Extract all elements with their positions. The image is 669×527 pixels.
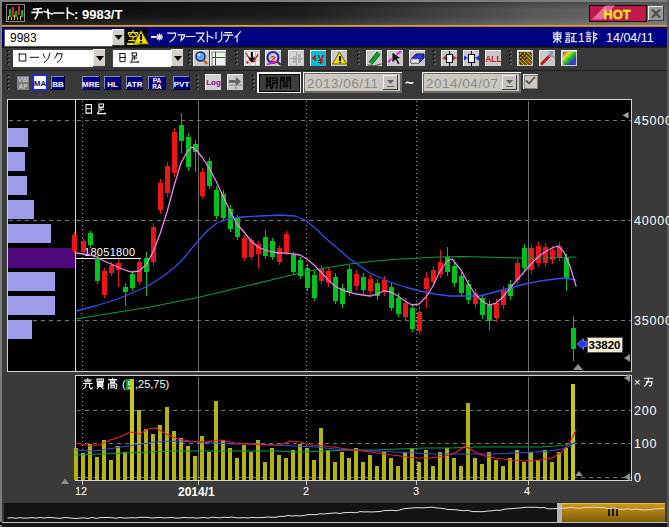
svg-text:Log: Log [206, 78, 221, 87]
svg-text:HOT: HOT [603, 7, 631, 22]
svg-text:2: 2 [270, 54, 275, 64]
svg-text:,25,75): ,25,75) [135, 378, 169, 390]
svg-text:2014/1: 2014/1 [178, 485, 215, 499]
svg-text:ATR: ATR [127, 80, 143, 89]
svg-text:33820: 33820 [589, 339, 621, 351]
svg-text:×: × [634, 376, 640, 388]
svg-text:¥: ¥ [318, 53, 325, 67]
svg-text:200: 200 [634, 404, 657, 418]
svg-text:PVT: PVT [174, 80, 190, 89]
svg-text:14/04/11: 14/04/11 [606, 31, 654, 45]
svg-text:VW: VW [18, 76, 29, 83]
svg-text:~: ~ [405, 74, 414, 91]
svg-text:1: 1 [578, 31, 585, 45]
svg-text:18051800: 18051800 [84, 246, 135, 258]
svg-text:MRE: MRE [82, 80, 100, 89]
svg-text:ALL: ALL [485, 54, 502, 64]
svg-text:HL: HL [107, 80, 118, 89]
svg-text:AP: AP [18, 83, 28, 90]
svg-text:9983: 9983 [10, 31, 37, 45]
svg-text:BB: BB [52, 80, 64, 89]
svg-text:2013/06/11: 2013/06/11 [307, 76, 379, 91]
svg-text:0: 0 [634, 471, 642, 485]
svg-text:45000: 45000 [634, 114, 669, 128]
svg-text:40000: 40000 [634, 214, 669, 228]
svg-text:2014/04/07: 2014/04/07 [426, 76, 499, 91]
svg-text:4: 4 [524, 485, 530, 497]
svg-text:RA: RA [152, 83, 162, 90]
svg-text:: 9983/T: : 9983/T [74, 7, 122, 22]
svg-text:100: 100 [634, 437, 657, 451]
svg-text:2: 2 [303, 485, 309, 497]
svg-text:MA: MA [34, 79, 47, 88]
svg-text:35000: 35000 [634, 314, 669, 328]
svg-text:12: 12 [75, 485, 87, 497]
svg-text:3: 3 [413, 485, 419, 497]
svg-text:(: ( [122, 378, 126, 390]
